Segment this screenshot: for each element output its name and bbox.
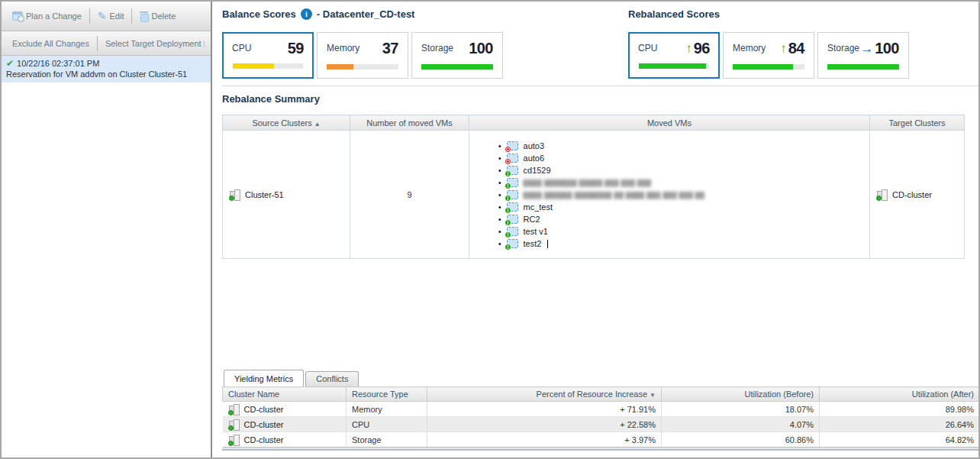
metrics-utilization-before: 4.07% bbox=[662, 417, 820, 432]
moved-vm-item[interactable]: • auto3 bbox=[498, 140, 863, 152]
balance-cpu-value: 59 bbox=[288, 40, 304, 56]
moved-vm-item[interactable]: • ████ ███████ █████ ███ ███ ███ bbox=[498, 176, 863, 189]
metrics-utilization-after: 64.82% bbox=[820, 432, 979, 448]
metrics-utilization-before: 18.07% bbox=[662, 402, 820, 417]
cluster-icon bbox=[228, 419, 240, 430]
reservation-list-item[interactable]: ✔ 10/22/16 02:37:01 PM Reservation for V… bbox=[2, 56, 211, 82]
vm-power-badge bbox=[505, 170, 511, 177]
metrics-utilization-before: 60.86% bbox=[662, 432, 820, 448]
rebalanced-storage-bar bbox=[827, 64, 899, 69]
moved-vm-item[interactable]: • mc_test bbox=[498, 201, 863, 213]
balance-storage-value: 100 bbox=[469, 40, 493, 56]
rebalanced-memory-card[interactable]: Memory 84 bbox=[723, 32, 814, 79]
rebalanced-cpu-card[interactable]: CPU 96 bbox=[628, 32, 720, 79]
vm-name: auto6 bbox=[524, 154, 545, 163]
tab-yielding-metrics[interactable]: Yielding Metrics bbox=[224, 370, 304, 386]
check-icon: ✔ bbox=[6, 59, 14, 68]
delete-button[interactable]: Delete bbox=[135, 8, 180, 24]
col-resource-type[interactable]: Resource Type bbox=[347, 387, 427, 402]
rebalanced-scores-label: Rebalanced Scores bbox=[628, 8, 720, 20]
vm-icon bbox=[507, 215, 518, 224]
vm-icon bbox=[507, 227, 518, 236]
vm-power-badge bbox=[505, 195, 511, 202]
vm-power-badge bbox=[505, 231, 511, 238]
source-cluster-name: Cluster-51 bbox=[245, 190, 284, 199]
bottom-edge bbox=[222, 448, 978, 451]
metrics-cluster-name: CD-cluster bbox=[244, 405, 284, 414]
plan-a-change-button[interactable]: Plan a Change bbox=[8, 8, 86, 24]
balance-scores-section: Balance Scores i - Datacenter_CD-test CP… bbox=[222, 8, 628, 79]
balance-scores-title: Balance Scores i - Datacenter_CD-test bbox=[222, 8, 628, 20]
scores-row: Balance Scores i - Datacenter_CD-test CP… bbox=[222, 8, 978, 79]
col-target-clusters[interactable]: Target Clusters bbox=[870, 115, 965, 131]
balance-memory-card[interactable]: Memory 37 bbox=[317, 32, 408, 79]
balance-cpu-label: CPU bbox=[232, 43, 251, 53]
vm-power-badge bbox=[505, 207, 511, 214]
select-target-deployment-button[interactable]: Select Target Deployment Da bbox=[101, 36, 205, 51]
metrics-row[interactable]: CD-cluster CPU + 22.58% 4.07% 26.64% bbox=[223, 417, 979, 432]
moved-vm-item[interactable]: • test2 bbox=[498, 238, 863, 250]
pencil-icon: ✎ bbox=[98, 11, 107, 21]
target-cluster-name: CD-cluster bbox=[892, 190, 932, 199]
col-utilization-after[interactable]: Utilization (After) bbox=[820, 387, 979, 402]
vm-icon bbox=[507, 239, 518, 248]
cluster-icon bbox=[228, 434, 240, 445]
balance-storage-card[interactable]: Storage 100 bbox=[411, 32, 503, 79]
moved-vm-item[interactable]: • test v1 bbox=[498, 225, 863, 238]
cluster-icon bbox=[228, 403, 240, 415]
metrics-percent-increase: + 3.97% bbox=[427, 432, 662, 448]
text-cursor bbox=[546, 239, 548, 248]
vm-name: test v1 bbox=[524, 227, 548, 236]
rebalanced-storage-card[interactable]: Storage 100 bbox=[817, 32, 909, 79]
vm-name: mc_test bbox=[524, 202, 553, 212]
source-clusters-label: Source Clusters bbox=[252, 118, 311, 128]
info-icon[interactable]: i bbox=[301, 8, 312, 20]
rebalanced-cpu-value: 96 bbox=[694, 40, 710, 56]
metrics-resource-type: CPU bbox=[347, 417, 427, 432]
main-content: Balance Scores i - Datacenter_CD-test CP… bbox=[212, 2, 978, 457]
moved-vm-item[interactable]: • auto6 bbox=[498, 152, 863, 164]
section-divider bbox=[222, 86, 978, 86]
rebalanced-storage-value: 100 bbox=[875, 40, 899, 56]
vm-power-badge bbox=[505, 219, 511, 226]
vm-power-badge bbox=[505, 146, 511, 153]
moved-vm-count: 9 bbox=[350, 131, 469, 259]
metrics-row[interactable]: CD-cluster Memory + 71.91% 18.07% 89.98% bbox=[223, 402, 979, 417]
col-utilization-before[interactable]: Utilization (Before) bbox=[662, 387, 820, 402]
plan-toolbar: Plan a Change ✎ Edit Delete bbox=[2, 2, 211, 31]
rebalanced-cards: CPU 96 Memory bbox=[628, 32, 909, 79]
source-cluster-cell[interactable]: Cluster-51 bbox=[229, 189, 343, 200]
vm-icon bbox=[507, 141, 518, 150]
vm-icon bbox=[507, 166, 518, 175]
summary-data-row[interactable]: Cluster-51 9 • auto3 • bbox=[223, 131, 965, 259]
col-number-moved-vms[interactable]: Number of moved VMs bbox=[350, 115, 469, 131]
bottom-tabs: Yielding Metrics Conflicts bbox=[222, 369, 978, 386]
balance-cpu-card[interactable]: CPU 59 bbox=[222, 32, 314, 79]
col-moved-vms[interactable]: Moved VMs bbox=[469, 115, 870, 131]
moved-vm-item[interactable]: • RC2 bbox=[498, 213, 863, 225]
moved-vms-list: • auto3 • auto6 • bbox=[498, 140, 863, 250]
col-percent-increase[interactable]: Percent of Resource Increase▼ bbox=[427, 387, 662, 402]
balance-memory-value: 37 bbox=[382, 40, 398, 56]
moved-vm-item[interactable]: • cd1529 bbox=[498, 164, 863, 176]
exclude-all-changes-button[interactable]: Exclude All Changes bbox=[8, 36, 94, 51]
rebalanced-scores-section: Rebalanced Scores CPU 96 bbox=[628, 8, 909, 79]
metrics-row[interactable]: CD-cluster Storage + 3.97% 60.86% 64.82% bbox=[223, 432, 979, 448]
delete-label: Delete bbox=[151, 11, 176, 21]
target-cluster-cell[interactable]: CD-cluster bbox=[876, 189, 958, 200]
rebalanced-cpu-label: CPU bbox=[638, 43, 657, 53]
edit-label: Edit bbox=[110, 11, 124, 21]
tab-conflicts[interactable]: Conflicts bbox=[305, 371, 359, 386]
datacenter-name: - Datacenter_CD-test bbox=[317, 8, 415, 20]
vm-icon bbox=[507, 190, 518, 199]
left-panel: Plan a Change ✎ Edit Delete Exclude All … bbox=[2, 2, 212, 457]
balance-scores-label: Balance Scores bbox=[222, 8, 296, 20]
rebalance-summary-table: Source Clusters▲ Number of moved VMs Mov… bbox=[222, 115, 965, 259]
calendar-icon bbox=[12, 11, 23, 21]
edit-button[interactable]: ✎ Edit bbox=[93, 8, 129, 24]
moved-vm-item[interactable]: • ████ ██████ ████████ ██ ████ ███ ███ █… bbox=[498, 189, 863, 201]
sort-asc-icon: ▲ bbox=[314, 121, 321, 128]
changes-toolbar: Exclude All Changes Select Target Deploy… bbox=[2, 31, 211, 56]
col-cluster-name[interactable]: Cluster Name bbox=[223, 387, 347, 402]
col-source-clusters[interactable]: Source Clusters▲ bbox=[223, 115, 350, 131]
